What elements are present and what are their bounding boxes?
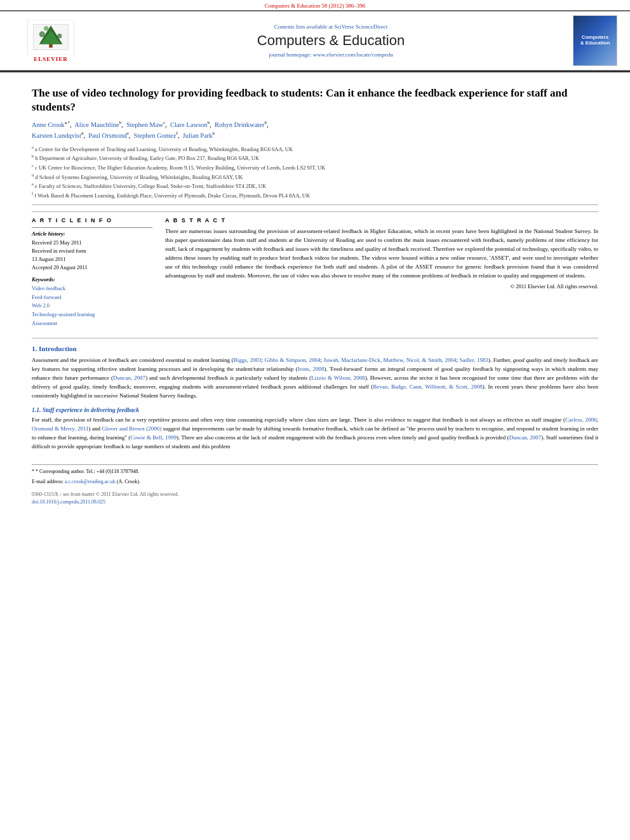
author-karsten[interactable]: Karsten Lundqvist	[32, 132, 81, 139]
header-left: ELSEVIER	[6, 20, 95, 62]
abstract-panel: A B S T R A C T There are numerous issue…	[165, 217, 598, 328]
header-center: Contents lists available at SciVerse Sci…	[95, 23, 566, 58]
abstract-copyright: © 2011 Elsevier Ltd. All rights reserved…	[165, 283, 598, 290]
history-label: Article history:	[32, 230, 152, 237]
author-stephen-maw[interactable]: Stephen Maw	[126, 121, 163, 128]
received-date: Received 25 May 2011	[32, 239, 152, 247]
cover-title: Computers& Education	[580, 35, 610, 46]
authors-line: Anne Crooka,*, Alice Mauchlineb, Stephen…	[32, 119, 598, 142]
ref-bevan[interactable]: Bevan, Badge, Cann, Willmott, & Scott, 2…	[373, 383, 483, 390]
affil-a: a a Centre for the Development of Teachi…	[32, 144, 598, 154]
journal-ref: Computers & Education 58 (2012) 386–396	[265, 3, 366, 9]
sciverse-line: Contents lists available at SciVerse Sci…	[95, 23, 566, 30]
subsection-1-1-text: For staff, the provision of feedback can…	[32, 416, 598, 451]
corresponding-note: * * Corresponding author. Tel.: +44 (0)1…	[32, 468, 598, 476]
ref-gibbs[interactable]: Gibbs & Simpson, 2004	[264, 357, 320, 363]
footer-meta: 0360-1315/$ – see front matter © 2011 El…	[32, 491, 598, 506]
keywords-block: Keywords: Video feedback Feed-forward We…	[32, 276, 152, 328]
cover-image: Computers& Education	[573, 15, 617, 66]
history-block: Article history: Received 25 May 2011 Re…	[32, 227, 152, 271]
subsection-1-1-heading: 1.1. Staff experience in delivering feed…	[32, 407, 598, 413]
author-paul[interactable]: Paul Orsmond	[88, 132, 126, 139]
ref-carless[interactable]: Carless, 2006	[565, 417, 596, 423]
affil-b: b b Department of Agriculture, Universit…	[32, 153, 598, 163]
email-author: A. Crook	[118, 479, 137, 484]
svg-point-7	[44, 26, 48, 30]
keyword-1[interactable]: Video feedback	[32, 284, 152, 293]
author-clare[interactable]: Clare Lawson	[170, 121, 208, 128]
ref-orsmond[interactable]: Orsmond & Merry, 2011	[32, 425, 89, 432]
elsevier-label: ELSEVIER	[34, 56, 68, 62]
ref-glover[interactable]: Glover and Brown (2006)	[102, 425, 161, 432]
doi-text[interactable]: doi:10.1016/j.compedu.2011.08.025	[32, 499, 105, 505]
top-bar: Computers & Education 58 (2012) 386–396	[0, 0, 630, 10]
author-stephen-gomez[interactable]: Stephen Gomez	[134, 132, 177, 139]
intro-text: Assessment and the provision of feedback…	[32, 356, 598, 401]
ref-lizzio[interactable]: Lizzio & Wilson, 2008	[311, 375, 365, 381]
journal-title: Computers & Education	[95, 32, 566, 49]
main-content: The use of video technology for providin…	[0, 72, 630, 451]
footer-divider	[32, 464, 598, 465]
article-info-panel: A R T I C L E I N F O Article history: R…	[32, 217, 152, 328]
ref-duncan2[interactable]: Duncan, 2007	[509, 434, 542, 441]
affil-f: f f Work Based & Placement Learning, End…	[32, 190, 598, 200]
affil-d: d d School of Systems Engineering, Unive…	[32, 172, 598, 182]
affiliations-block: a a Centre for the Development of Teachi…	[32, 144, 598, 199]
article-section: A R T I C L E I N F O Article history: R…	[32, 211, 598, 328]
keyword-2[interactable]: Feed-forward	[32, 293, 152, 302]
homepage-prefix: journal homepage:	[269, 51, 312, 58]
journal-header: ELSEVIER Contents lists available at Sci…	[0, 10, 630, 70]
keyword-5[interactable]: Assessment	[32, 319, 152, 328]
elsevier-tree-icon	[25, 20, 76, 55]
sciverse-prefix: Contents lists available at	[274, 23, 334, 30]
ref-juwah[interactable]: Juwah, Macfarlane-Dick, Matthew, Nicol, …	[323, 357, 456, 363]
revised-date: Received in revised form13 August 2011	[32, 247, 152, 263]
email-link[interactable]: a.c.crook@reading.ac.uk	[65, 479, 116, 484]
header-right: Computers& Education	[566, 15, 624, 66]
email-line: E-mail address: a.c.crook@reading.ac.uk …	[32, 478, 598, 486]
author-anne-crook[interactable]: Anne Crook	[32, 121, 65, 128]
author-julian[interactable]: Julian Park	[183, 132, 213, 139]
author-alice[interactable]: Alice Mauchline	[74, 121, 119, 128]
paper-title: The use of video technology for providin…	[32, 86, 598, 114]
abstract-label: A B S T R A C T	[165, 217, 598, 223]
ref-duncan[interactable]: Duncan, 2007	[113, 375, 145, 381]
email-label: E-mail address:	[32, 479, 65, 484]
affil-c: c c UK Centre for Bioscience, The Higher…	[32, 163, 598, 172]
keyword-4[interactable]: Technology-assisted learning	[32, 310, 152, 319]
ref-irons[interactable]: Irons, 2008	[297, 366, 324, 372]
ref-sadler[interactable]: Sadler, 1983	[460, 357, 488, 363]
svg-point-6	[57, 34, 62, 38]
homepage-link[interactable]: www.elsevier.com/locate/compedu	[313, 51, 393, 58]
elsevier-logo: ELSEVIER	[25, 20, 76, 62]
intro-heading: 1. Introduction	[32, 345, 598, 352]
corresponding-text: * Corresponding author. Tel.: +44 (0)118…	[36, 469, 139, 474]
svg-point-5	[39, 31, 45, 37]
keyword-3[interactable]: Web 2.0	[32, 302, 152, 310]
issn-line: 0360-1315/$ – see front matter © 2011 El…	[32, 491, 598, 498]
footer: * * Corresponding author. Tel.: +44 (0)1…	[0, 464, 630, 506]
homepage-line: journal homepage: www.elsevier.com/locat…	[95, 51, 566, 58]
abstract-text: There are numerous issues surrounding th…	[165, 227, 598, 281]
doi-line: doi:10.1016/j.compedu.2011.08.025	[32, 498, 598, 506]
sciverse-link-text[interactable]: SciVerse ScienceDirect	[334, 23, 387, 30]
subsection-1-1: 1.1. Staff experience in delivering feed…	[32, 407, 598, 451]
keywords-label: Keywords:	[32, 276, 152, 283]
accepted-date: Accepted 20 August 2011	[32, 263, 152, 272]
section-divider-1	[32, 204, 598, 205]
introduction-section: 1. Introduction Assessment and the provi…	[32, 338, 598, 401]
ref-biggs[interactable]: Biggs, 2003	[234, 357, 262, 363]
author-robyn[interactable]: Robyn Drinkwater	[215, 121, 264, 128]
article-info-label: A R T I C L E I N F O	[32, 217, 152, 223]
ref-cowie[interactable]: Cowie & Bell, 1999	[130, 434, 177, 441]
affil-e: e e Faculty of Sciences, Staffordshire U…	[32, 181, 598, 190]
